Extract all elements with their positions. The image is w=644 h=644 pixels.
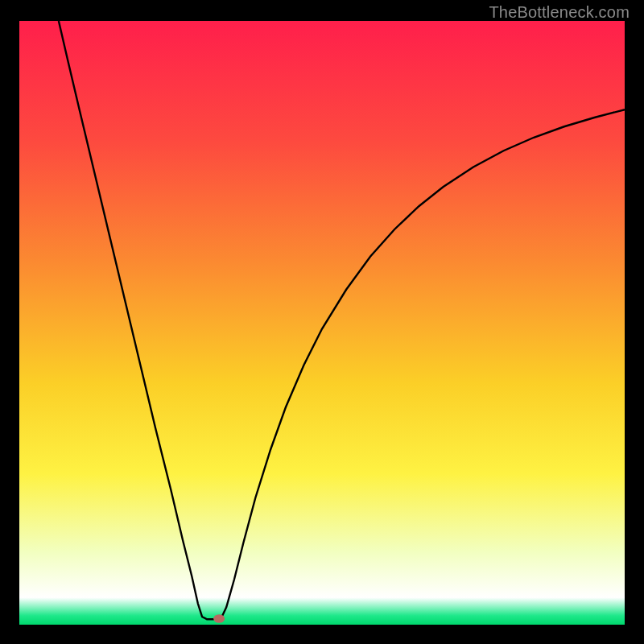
gradient-field (19, 21, 625, 625)
optimum-marker (213, 614, 225, 622)
bottleneck-chart (0, 0, 644, 644)
chart-container: TheBottleneck.com (0, 0, 644, 644)
watermark-text: TheBottleneck.com (489, 3, 630, 22)
